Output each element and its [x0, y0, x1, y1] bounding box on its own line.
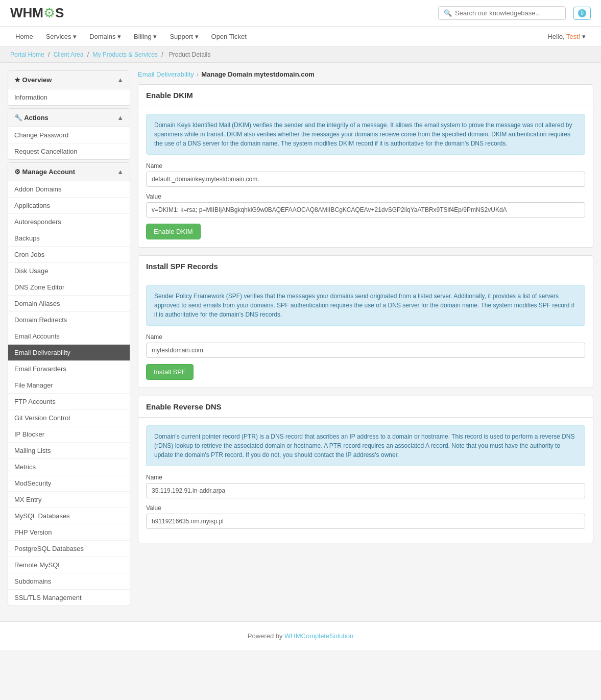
username: Test! [566, 33, 580, 40]
breadcrumb-sep-1: / [48, 51, 52, 58]
breadcrumb-products[interactable]: My Products & Services [92, 51, 157, 58]
sidebar-item-dns-zone-editor[interactable]: DNS Zone Editor [8, 279, 130, 296]
sidebar-item-git-version-control[interactable]: Git Version Control [8, 410, 130, 426]
breadcrumb: Portal Home / Client Area / My Products … [0, 47, 601, 63]
search-input[interactable] [455, 9, 560, 17]
sidebar-item-metrics[interactable]: Metrics [8, 459, 130, 475]
enable-rdns-body: Domain's current pointer record (PTR) is… [138, 418, 593, 543]
sidebar-section-header-overview[interactable]: ★ Overview ▲ [8, 71, 130, 89]
rdns-value-label: Value [146, 504, 585, 512]
nav-item-domains[interactable]: Domains ▾ [84, 27, 126, 46]
sidebar-item-php-version[interactable]: PHP Version [8, 524, 130, 541]
install-spf-card: Install SPF Records Sender Policy Framew… [138, 255, 593, 388]
nav-item-support[interactable]: Support ▾ [164, 27, 203, 46]
sidebar-section-header-actions[interactable]: 🔧 Actions ▲ [8, 109, 130, 127]
enable-dkim-button[interactable]: Enable DKIM [146, 224, 201, 239]
sidebar-item-change-password[interactable]: Change Password [8, 127, 130, 143]
breadcrumb-portal-home[interactable]: Portal Home [10, 51, 44, 58]
sidebar-section-overview: ★ Overview ▲ Information [8, 70, 130, 106]
sidebar-item-email-accounts[interactable]: Email Accounts [8, 328, 130, 345]
rdns-name-input[interactable] [146, 483, 585, 498]
sidebar-item-email-forwarders[interactable]: Email Forwarders [8, 361, 130, 377]
rdns-value-group: Value [146, 504, 585, 529]
search-icon: 🔍 [444, 9, 452, 17]
sidebar-item-subdomains[interactable]: Subdomains [8, 573, 130, 590]
manage-account-icon: ⚙ Manage Account [14, 168, 75, 176]
dkim-name-group: Name [146, 162, 585, 187]
sidebar-item-remote-mysql[interactable]: Remote MySQL [8, 557, 130, 573]
footer-link[interactable]: WHMCompleteSolution [284, 632, 353, 640]
sidebar-item-request-cancellation[interactable]: Request Cancellation [8, 143, 130, 159]
spf-name-group: Name [146, 333, 585, 358]
sidebar-item-disk-usage[interactable]: Disk Usage [8, 263, 130, 279]
install-spf-button[interactable]: Install SPF [146, 364, 194, 380]
page-breadcrumb-link[interactable]: Email Deliverability [138, 70, 194, 78]
sidebar-item-information[interactable]: Information [8, 89, 130, 105]
enable-rdns-header: Enable Reverse DNS [138, 396, 593, 418]
sidebar-item-ssl-tls[interactable]: SSL/TLS Management [8, 590, 130, 606]
sidebar-item-cron-jobs[interactable]: Cron Jobs [8, 247, 130, 263]
sidebar-item-mx-entry[interactable]: MX Entry [8, 492, 130, 508]
header: WHM ⚙ S 🔍 0 [0, 0, 601, 27]
sidebar-item-ip-blocker[interactable]: IP Blocker [8, 426, 130, 443]
breadcrumb-product-details: Product Details [169, 51, 210, 58]
sidebar: ★ Overview ▲ Information 🔧 Actions ▲ Cha… [8, 70, 130, 609]
cart-badge: 0 [578, 9, 586, 17]
logo-gear-icon: ⚙ [43, 5, 55, 21]
spf-name-input[interactable] [146, 343, 585, 358]
header-right: 🔍 0 [438, 6, 591, 20]
sidebar-item-addon-domains[interactable]: Addon Domains [8, 181, 130, 198]
nav-item-services[interactable]: Services ▾ [41, 27, 82, 46]
dkim-value-input[interactable] [146, 202, 585, 218]
chevron-up-icon: ▲ [117, 76, 124, 84]
chevron-up-icon-actions: ▲ [117, 114, 124, 122]
actions-icon: 🔧 Actions [14, 114, 49, 122]
cart-button[interactable]: 0 [573, 7, 591, 20]
sidebar-item-domain-redirects[interactable]: Domain Redirects [8, 312, 130, 328]
enable-rdns-card: Enable Reverse DNS Domain's current poin… [138, 396, 593, 543]
dkim-name-label: Name [146, 162, 585, 170]
logo-text: WHM [10, 5, 43, 21]
logo: WHM ⚙ S [10, 5, 64, 21]
page-breadcrumb-current: Manage Domain mytestdomain.com [201, 70, 315, 78]
dkim-value-label: Value [146, 193, 585, 200]
rdns-name-label: Name [146, 474, 585, 481]
nav-item-open-ticket[interactable]: Open Ticket [206, 27, 252, 46]
enable-dkim-title: Enable DKIM [146, 91, 585, 100]
sidebar-item-backups[interactable]: Backups [8, 230, 130, 247]
overview-icon: ★ Overview [14, 76, 52, 84]
nav: Home Services ▾ Domains ▾ Billing ▾ Supp… [0, 27, 601, 47]
rdns-name-group: Name [146, 474, 585, 498]
chevron-up-icon-manage: ▲ [117, 168, 124, 176]
sidebar-item-file-manager[interactable]: File Manager [8, 377, 130, 394]
enable-dkim-body: Domain Keys Identified Mail (DKIM) verif… [138, 106, 593, 247]
hello-user[interactable]: Hello, Test! ▾ [542, 27, 591, 46]
enable-dkim-header: Enable DKIM [138, 85, 593, 106]
sidebar-section-manage-account: ⚙ Manage Account ▲ Addon Domains Applica… [8, 162, 130, 606]
dkim-value-group: Value [146, 193, 585, 218]
rdns-value-input[interactable] [146, 514, 585, 529]
footer-text: Powered by [248, 632, 284, 640]
nav-item-home[interactable]: Home [10, 27, 38, 46]
sidebar-item-mysql-databases[interactable]: MySQL Databases [8, 508, 130, 524]
breadcrumb-client-area[interactable]: Client Area [54, 51, 84, 58]
sidebar-item-modsecurity[interactable]: ModSecurity [8, 475, 130, 492]
sidebar-item-autoresponders[interactable]: Autoresponders [8, 214, 130, 230]
nav-item-billing[interactable]: Billing ▾ [129, 27, 162, 46]
search-box[interactable]: 🔍 [438, 6, 566, 20]
logo-text-2: S [55, 5, 64, 21]
sidebar-item-postgresql-databases[interactable]: PostgreSQL Databases [8, 541, 130, 557]
sidebar-item-applications[interactable]: Applications [8, 198, 130, 214]
sidebar-item-ftp-accounts[interactable]: FTP Accounts [8, 394, 130, 410]
sidebar-item-domain-aliases[interactable]: Domain Aliases [8, 296, 130, 312]
dkim-name-input[interactable] [146, 172, 585, 187]
sidebar-item-mailing-lists[interactable]: Mailing Lists [8, 443, 130, 459]
breadcrumb-sep-2: / [87, 51, 91, 58]
sidebar-section-header-manage-account[interactable]: ⚙ Manage Account ▲ [8, 163, 130, 181]
enable-dkim-card: Enable DKIM Domain Keys Identified Mail … [138, 84, 593, 248]
content: Email Deliverability › Manage Domain myt… [138, 70, 593, 609]
page-breadcrumb: Email Deliverability › Manage Domain myt… [138, 70, 593, 78]
sidebar-item-email-deliverability[interactable]: Email Deliverability [8, 345, 130, 361]
breadcrumb-arrow: › [197, 70, 199, 78]
install-spf-body: Sender Policy Framework (SPF) verifies t… [138, 277, 593, 388]
